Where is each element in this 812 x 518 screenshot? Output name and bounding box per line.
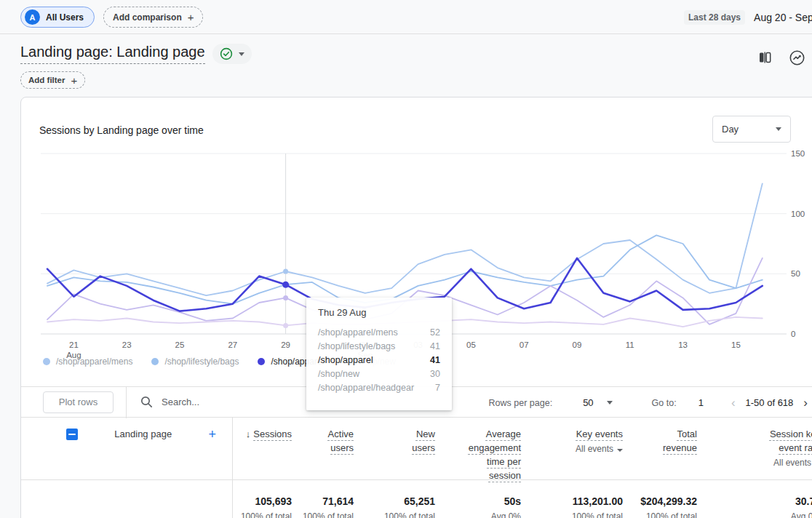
total-row-dimension-cell: Total [21, 480, 232, 518]
chart-tooltip: Thu 29 Aug /shop/apparel/mens52/shop/lif… [306, 298, 452, 410]
metric-header-label: Total revenue [655, 427, 697, 455]
date-range-preset: Last 28 days [684, 10, 745, 25]
total-metric-subtext: 100% of total [232, 511, 292, 518]
x-axis-label: 11 [626, 340, 634, 349]
dimension-picker[interactable] [212, 44, 252, 64]
sort-descending-icon: ↓ [246, 429, 251, 439]
metric-column-header[interactable]: Active users [296, 418, 358, 482]
metric-column-header[interactable]: New users [358, 418, 439, 482]
legend-dot-icon [258, 358, 265, 365]
metric-column-header[interactable]: ↓Sessions [232, 418, 296, 482]
next-page-icon[interactable]: › [800, 397, 811, 409]
add-comparison-button[interactable]: Add comparison + [103, 7, 203, 28]
select-all-checkbox[interactable] [66, 429, 78, 440]
x-axis-label: 15 [731, 340, 741, 349]
divider [126, 387, 127, 418]
chevron-down-icon [239, 52, 244, 56]
x-axis-label: 23 [122, 340, 132, 349]
chevron-down-icon [776, 127, 781, 131]
metric-filter-select[interactable]: All events [525, 444, 623, 454]
total-metric-cell: 71,614100% of total [296, 480, 358, 518]
granularity-value: Day [722, 124, 739, 135]
dimension-column-header[interactable]: Landing page [78, 427, 208, 439]
total-metric-subtext: 100% of total [525, 511, 623, 518]
series-line-/shop/lifestyle/bags [47, 235, 763, 303]
ga4-landing-page-report: A All Users Add comparison + Last 28 day… [0, 0, 812, 518]
x-axis-label: 07 [520, 340, 529, 349]
segment-chip-all-users[interactable]: A All Users [20, 7, 95, 28]
rows-per-page-value[interactable]: 50 [583, 397, 593, 408]
tooltip-series-name: /shop/apparel/headgear [318, 381, 414, 395]
report-card: Sessions by Landing page over time Day 0… [20, 97, 812, 518]
metric-header-label: Key events [576, 427, 623, 441]
add-column-button[interactable]: + [208, 427, 216, 442]
legend-label: /shop/apparel/mens [56, 356, 132, 367]
plus-icon: + [71, 74, 77, 87]
plot-rows-button[interactable]: Plot rows [43, 391, 114, 413]
chart-title: Sessions by Landing page over time [39, 124, 204, 136]
plot-rows-label: Plot rows [59, 397, 97, 407]
hover-dot [283, 323, 288, 328]
hover-dot [282, 282, 289, 288]
segment-label: All Users [46, 12, 84, 23]
total-metric-value: 65,251 [358, 490, 435, 507]
total-metric-value: 71,614 [296, 490, 354, 507]
legend-item[interactable]: /shop/lifestyle/bags [151, 356, 239, 367]
total-metric-value: 113,201.00 [525, 490, 623, 507]
total-metric-cell: $204,299.32100% of total [627, 480, 701, 518]
go-to-input[interactable]: 1 [698, 397, 704, 408]
pagination-range: 1-50 of 618 [746, 397, 794, 408]
total-metric-subtext: Avg 0% [701, 511, 812, 518]
legend-dot-icon [43, 358, 50, 365]
metric-header-label: Average engagement time per session [454, 427, 521, 482]
y-axis-label: 0 [791, 330, 795, 338]
table-search[interactable]: Search... [140, 396, 199, 408]
granularity-select[interactable]: Day [712, 116, 791, 143]
previous-page-icon: ‹ [728, 397, 739, 409]
page-title[interactable]: Landing page: Landing page [20, 44, 205, 64]
tooltip-series-name: /shop/apparel/mens [318, 326, 398, 340]
date-range-picker[interactable]: Last 28 days Aug 20 - Sep 16, 2 [684, 10, 812, 25]
tooltip-series-name: /shop/lifestyle/bags [318, 340, 395, 354]
x-axis-label: 09 [573, 340, 582, 349]
tooltip-series-name: /shop/apparel [318, 354, 373, 367]
total-metric-subtext: Avg 0% [439, 511, 521, 518]
metric-column-header[interactable]: Key eventsAll events [525, 418, 627, 482]
chevron-down-icon [617, 449, 623, 452]
metric-filter-select[interactable]: All events [701, 458, 812, 468]
metric-header-label: New users [406, 427, 435, 455]
tooltip-row: /shop/lifestyle/bags41 [318, 340, 440, 354]
tooltip-series-value: 7 [435, 381, 440, 395]
legend-dot-icon [151, 358, 159, 365]
edit-comparisons-icon[interactable] [755, 48, 774, 67]
series-line-/shop/apparel/mens [47, 183, 763, 295]
tooltip-row: /shop/apparel/headgear7 [318, 381, 440, 395]
total-metric-subtext: 100% of total [627, 511, 697, 518]
y-axis-label: 100 [791, 210, 805, 218]
tooltip-series-value: 41 [430, 340, 440, 354]
metric-column-header[interactable]: Session key event rateAll events [701, 418, 812, 482]
metric-header-label: Sessions [253, 427, 292, 441]
tooltip-series-value: 30 [430, 367, 440, 381]
comparison-bar: A All Users Add comparison + Last 28 day… [0, 0, 812, 34]
metric-column-header[interactable]: Total revenue [627, 418, 701, 482]
hover-dot [283, 295, 288, 300]
dimension-header-cell: Landing page + [21, 418, 232, 482]
tooltip-row: /shop/apparel41 [318, 354, 440, 367]
metric-column-header[interactable]: Average engagement time per session [439, 418, 525, 482]
chevron-down-icon[interactable] [607, 401, 613, 405]
legend-item[interactable]: /shop/apparel/mens [43, 356, 132, 367]
table-total-row: Total 105,693100% of total71,614100% of … [21, 480, 812, 518]
total-metric-cell: 50sAvg 0% [439, 480, 525, 518]
total-metric-value: 105,693 [232, 490, 292, 507]
add-filter-button[interactable]: Add filter + [20, 71, 85, 89]
total-metric-cell: 65,251100% of total [358, 480, 439, 518]
metric-header-label: Session key event rate [751, 427, 812, 455]
y-axis-label: 150 [791, 150, 805, 158]
tooltip-series-name: /shop/new [318, 367, 359, 381]
x-axis-label: 29 [281, 340, 290, 349]
tooltip-series-value: 41 [430, 354, 440, 367]
insights-icon[interactable] [787, 48, 806, 67]
total-metric-cell: 30.74Avg 0% [701, 480, 812, 518]
tooltip-row: /shop/apparel/mens52 [318, 326, 440, 340]
